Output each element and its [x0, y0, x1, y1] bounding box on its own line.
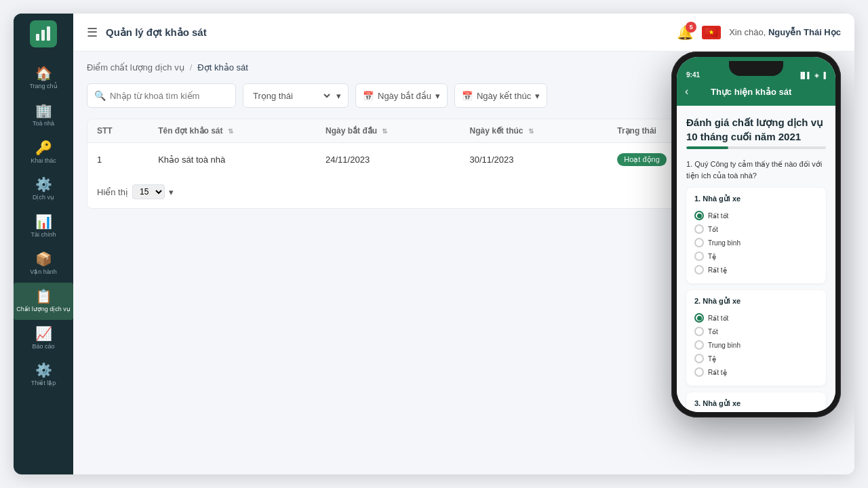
radio-circle-10: [694, 367, 704, 377]
survey-question-1: 1. Quý Công ty cảm thấy thế nào đối với …: [686, 159, 826, 181]
survey-title: Đánh giá chất lượng dịch vụ 10 tháng cuố…: [686, 115, 826, 144]
radio-circle-7: [694, 327, 704, 336]
survey-section-3: 3. Nhà gửi xe Rất tốt Tốt: [686, 392, 826, 412]
radio-option-rattot-2[interactable]: Rất tốt: [694, 311, 818, 325]
radio-circle-9: [694, 354, 704, 363]
radio-option-tot-1[interactable]: Tốt: [694, 222, 818, 236]
radio-label-tot-1: Tốt: [708, 226, 718, 233]
radio-option-raттот-1[interactable]: Rất tốt: [694, 209, 818, 222]
status-select[interactable]: Trọng thái Tất cả Hoạt động Không hoạt đ…: [250, 90, 332, 102]
date-end-label: Ngày kết thúc: [477, 91, 531, 101]
notification-button[interactable]: 🔔 5: [677, 24, 694, 41]
notification-badge: 5: [686, 22, 696, 33]
survey-progress-fill: [686, 146, 728, 149]
sidebar-item-khaithac[interactable]: 🔑 Khai thác: [14, 134, 73, 171]
date-start-label: Ngày bắt đầu: [378, 91, 431, 101]
survey-section-1: 1. Nhà gửi xe Rất tốt Tốt: [686, 188, 826, 283]
report-icon: 📈: [35, 327, 52, 340]
sidebar-item-baocao[interactable]: 📈 Báo cáo: [14, 320, 73, 357]
phone-device: 9:41 ▐▌▌ ◈ ▐ ‹ Thực hiện khảo sát: [671, 52, 841, 418]
breadcrumb-parent[interactable]: Điểm chất lượng dịch vụ: [87, 62, 184, 73]
page-size-select[interactable]: 15 10 20 50: [132, 184, 165, 199]
status-filter[interactable]: Trọng thái Tất cả Hoạt động Không hoạt đ…: [243, 83, 349, 108]
sidebar: 🏠 Trang chủ 🏢 Toà nhà 🔑 Khai thác ⚙️ Dịc…: [14, 14, 73, 474]
col-stt: STT: [87, 119, 149, 143]
radio-circle-4: [694, 251, 704, 261]
radio-label-te-2: Tệ: [708, 355, 716, 363]
sidebar-label-trangchu: Trang chủ: [29, 83, 57, 90]
radio-option-trungbinh-1[interactable]: Trung bình: [694, 236, 818, 249]
cell-name: Khảo sát toà nhà: [149, 143, 316, 176]
home-icon: 🏠: [35, 66, 52, 80]
sidebar-label-baocao: Báo cáo: [32, 343, 54, 350]
radio-label-trungbinh-1: Trung bình: [708, 239, 741, 247]
sidebar-label-vanhanh: Vận hành: [30, 268, 57, 276]
phone-status-icons: ▐▌▌ ◈ ▐: [798, 72, 826, 79]
radio-circle-2: [694, 224, 704, 234]
breadcrumb-separator: /: [190, 62, 193, 73]
cell-end: 30/11/2023: [460, 143, 608, 176]
date-end-filter[interactable]: 📅 Ngày kết thúc ▾: [454, 83, 547, 108]
user-greeting: Xin chào, Nguyễn Thái Học: [729, 27, 841, 37]
sidebar-label-dichvu: Dịch vụ: [33, 194, 54, 201]
search-input[interactable]: [110, 91, 229, 101]
svg-rect-0: [36, 34, 39, 41]
section-title-3: 3. Nhà gửi xe: [694, 399, 818, 408]
phone-overlay: 9:41 ▐▌▌ ◈ ▐ ‹ Thực hiện khảo sát: [671, 52, 841, 474]
finance-icon: 📊: [35, 215, 52, 228]
battery-icon: ▐: [822, 72, 826, 79]
radio-circle-5: [694, 265, 704, 274]
sidebar-item-dichvu[interactable]: ⚙️ Dịch vụ: [14, 171, 73, 208]
sidebar-label-thietlap: Thiết lập: [31, 380, 56, 387]
chevron-down-icon-3: ▾: [535, 91, 540, 101]
calendar-icon: 📅: [363, 91, 374, 101]
sidebar-item-toanha[interactable]: 🏢 Toà nhà: [14, 97, 73, 134]
chevron-down-icon-2: ▾: [435, 91, 440, 101]
radio-circle-6: [694, 313, 704, 323]
radio-label-tot-2: Tốt: [708, 328, 718, 336]
topbar: ☰ Quản lý đợt khảo sát 🔔 5 🇻🇳 Xin chào, …: [73, 14, 854, 52]
chevron-down-icon: ▾: [336, 91, 341, 101]
radio-label-ratte-2: Rất tệ: [708, 369, 727, 376]
phone-body[interactable]: Đánh giá chất lượng dịch vụ 10 tháng cuố…: [677, 106, 835, 412]
phone-back-button[interactable]: ‹: [685, 85, 688, 98]
radio-option-ratte-2[interactable]: Rất tệ: [694, 365, 818, 379]
sidebar-item-trangchu[interactable]: 🏠 Trang chủ: [14, 60, 73, 97]
survey-progress: [686, 146, 826, 149]
phone-notch: [729, 61, 783, 76]
radio-label-te-1: Tệ: [708, 253, 716, 260]
section-title-2: 2. Nhà gửi xe: [694, 297, 818, 306]
sidebar-item-vanhanh[interactable]: 📦 Vận hành: [14, 245, 73, 283]
menu-icon[interactable]: ☰: [87, 25, 98, 40]
cell-stt: 1: [87, 143, 149, 176]
radio-option-trungbinh-2[interactable]: Trung bình: [694, 338, 818, 352]
radio-option-ratte-1[interactable]: Rất tệ: [694, 263, 818, 277]
quality-icon: 📋: [35, 289, 52, 303]
sidebar-item-taichinh[interactable]: 📊 Tài chính: [14, 208, 73, 245]
radio-option-te-1[interactable]: Tệ: [694, 249, 818, 263]
radio-circle-1: [694, 211, 704, 220]
sidebar-logo: [14, 14, 73, 54]
svg-rect-1: [41, 30, 45, 41]
service-icon: ⚙️: [35, 178, 52, 191]
chevron-down-icon-4: ▾: [169, 187, 174, 197]
sidebar-item-chatluong[interactable]: 📋 Chất lượng dịch vụ: [14, 283, 73, 320]
key-icon: 🔑: [35, 141, 52, 155]
col-name: Tên đợt khảo sát ⇅: [149, 119, 316, 143]
radio-option-te-2[interactable]: Tệ: [694, 352, 818, 365]
col-end: Ngày kết thúc ⇅: [460, 119, 608, 143]
topbar-title: Quản lý đợt khảo sát: [106, 26, 677, 39]
search-icon: 🔍: [94, 90, 106, 101]
radio-option-tot-2[interactable]: Tốt: [694, 325, 818, 338]
survey-section-2: 2. Nhà gửi xe Rất tốt Tốt: [686, 290, 826, 386]
search-box: 🔍: [87, 83, 236, 108]
topbar-actions: 🔔 5 🇻🇳 Xin chào, Nguyễn Thái Học: [677, 24, 841, 41]
sidebar-label-toanha: Toà nhà: [33, 120, 54, 127]
radio-circle-3: [694, 238, 704, 247]
phone-screen: 9:41 ▐▌▌ ◈ ▐ ‹ Thực hiện khảo sát: [677, 57, 835, 412]
phone-time: 9:41: [686, 71, 700, 79]
date-start-filter[interactable]: 📅 Ngày bắt đầu ▾: [355, 83, 448, 108]
radio-label-ratte-1: Rất tệ: [708, 266, 727, 274]
radio-circle-8: [694, 340, 704, 350]
sidebar-item-thietlap[interactable]: ⚙️ Thiết lập: [14, 357, 73, 394]
